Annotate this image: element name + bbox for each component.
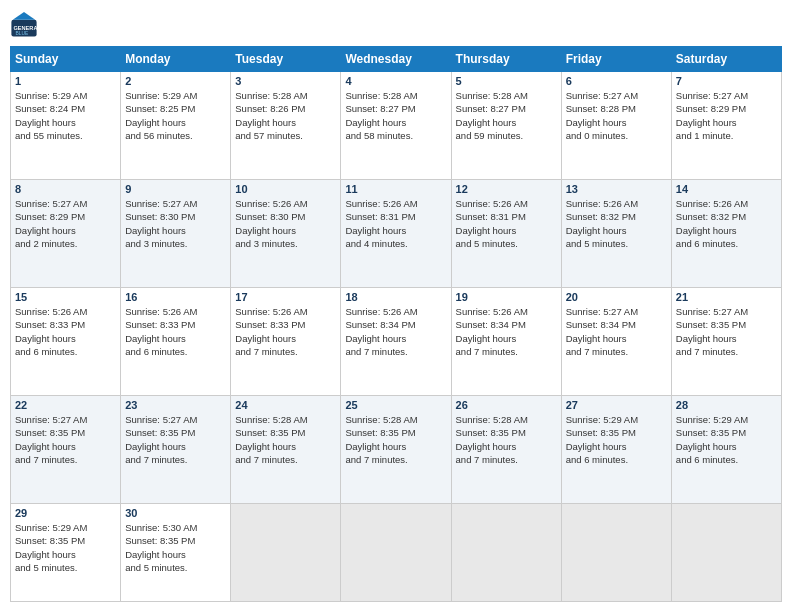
sunrise: Sunrise: 5:28 AM	[345, 413, 446, 426]
sunset: Sunset: 8:27 PM	[456, 102, 557, 115]
day-number: 19	[456, 291, 557, 303]
sunrise: Sunrise: 5:27 AM	[125, 413, 226, 426]
sunset: Sunset: 8:33 PM	[235, 318, 336, 331]
daylight-label: Daylight hours	[125, 224, 226, 237]
day-number: 4	[345, 75, 446, 87]
day-info: Sunrise: 5:26 AMSunset: 8:33 PMDaylight …	[235, 305, 336, 358]
table-row: 28Sunrise: 5:29 AMSunset: 8:35 PMDayligh…	[671, 396, 781, 504]
day-number: 21	[676, 291, 777, 303]
table-row: 20Sunrise: 5:27 AMSunset: 8:34 PMDayligh…	[561, 288, 671, 396]
daylight-value: and 3 minutes.	[125, 237, 226, 250]
daylight-label: Daylight hours	[566, 116, 667, 129]
col-header-wednesday: Wednesday	[341, 47, 451, 72]
daylight-label: Daylight hours	[566, 332, 667, 345]
day-number: 5	[456, 75, 557, 87]
sunset: Sunset: 8:35 PM	[15, 534, 116, 547]
sunrise: Sunrise: 5:28 AM	[456, 89, 557, 102]
table-row: 13Sunrise: 5:26 AMSunset: 8:32 PMDayligh…	[561, 180, 671, 288]
sunrise: Sunrise: 5:28 AM	[235, 89, 336, 102]
day-number: 7	[676, 75, 777, 87]
daylight-label: Daylight hours	[676, 116, 777, 129]
sunset: Sunset: 8:26 PM	[235, 102, 336, 115]
logo: GENERAL BLUE	[10, 10, 42, 38]
sunrise: Sunrise: 5:27 AM	[566, 305, 667, 318]
day-info: Sunrise: 5:27 AMSunset: 8:28 PMDaylight …	[566, 89, 667, 142]
daylight-value: and 5 minutes.	[566, 237, 667, 250]
table-row	[561, 504, 671, 602]
sunset: Sunset: 8:28 PM	[566, 102, 667, 115]
day-info: Sunrise: 5:30 AMSunset: 8:35 PMDaylight …	[125, 521, 226, 574]
daylight-value: and 6 minutes.	[676, 237, 777, 250]
sunrise: Sunrise: 5:28 AM	[345, 89, 446, 102]
svg-marker-1	[13, 12, 35, 20]
day-info: Sunrise: 5:29 AMSunset: 8:25 PMDaylight …	[125, 89, 226, 142]
day-number: 24	[235, 399, 336, 411]
day-number: 17	[235, 291, 336, 303]
day-info: Sunrise: 5:27 AMSunset: 8:29 PMDaylight …	[676, 89, 777, 142]
table-row: 2Sunrise: 5:29 AMSunset: 8:25 PMDaylight…	[121, 72, 231, 180]
daylight-label: Daylight hours	[15, 548, 116, 561]
day-info: Sunrise: 5:26 AMSunset: 8:34 PMDaylight …	[345, 305, 446, 358]
daylight-value: and 7 minutes.	[345, 453, 446, 466]
day-number: 10	[235, 183, 336, 195]
sunset: Sunset: 8:33 PM	[125, 318, 226, 331]
sunset: Sunset: 8:29 PM	[15, 210, 116, 223]
table-row	[341, 504, 451, 602]
day-number: 26	[456, 399, 557, 411]
sunset: Sunset: 8:35 PM	[566, 426, 667, 439]
sunrise: Sunrise: 5:27 AM	[566, 89, 667, 102]
day-number: 16	[125, 291, 226, 303]
sunset: Sunset: 8:35 PM	[15, 426, 116, 439]
daylight-value: and 6 minutes.	[125, 345, 226, 358]
daylight-label: Daylight hours	[15, 440, 116, 453]
table-row: 23Sunrise: 5:27 AMSunset: 8:35 PMDayligh…	[121, 396, 231, 504]
sunset: Sunset: 8:31 PM	[345, 210, 446, 223]
table-row: 5Sunrise: 5:28 AMSunset: 8:27 PMDaylight…	[451, 72, 561, 180]
table-row: 29Sunrise: 5:29 AMSunset: 8:35 PMDayligh…	[11, 504, 121, 602]
daylight-label: Daylight hours	[566, 440, 667, 453]
table-row: 7Sunrise: 5:27 AMSunset: 8:29 PMDaylight…	[671, 72, 781, 180]
daylight-value: and 7 minutes.	[566, 345, 667, 358]
daylight-label: Daylight hours	[15, 224, 116, 237]
daylight-value: and 7 minutes.	[15, 453, 116, 466]
daylight-value: and 7 minutes.	[235, 453, 336, 466]
table-row: 9Sunrise: 5:27 AMSunset: 8:30 PMDaylight…	[121, 180, 231, 288]
col-header-thursday: Thursday	[451, 47, 561, 72]
sunset: Sunset: 8:25 PM	[125, 102, 226, 115]
table-row: 8Sunrise: 5:27 AMSunset: 8:29 PMDaylight…	[11, 180, 121, 288]
daylight-label: Daylight hours	[125, 440, 226, 453]
daylight-value: and 4 minutes.	[345, 237, 446, 250]
sunset: Sunset: 8:35 PM	[676, 318, 777, 331]
table-row: 15Sunrise: 5:26 AMSunset: 8:33 PMDayligh…	[11, 288, 121, 396]
sunrise: Sunrise: 5:26 AM	[15, 305, 116, 318]
daylight-value: and 6 minutes.	[566, 453, 667, 466]
sunrise: Sunrise: 5:27 AM	[676, 89, 777, 102]
day-info: Sunrise: 5:28 AMSunset: 8:35 PMDaylight …	[345, 413, 446, 466]
day-number: 11	[345, 183, 446, 195]
table-row: 14Sunrise: 5:26 AMSunset: 8:32 PMDayligh…	[671, 180, 781, 288]
day-number: 13	[566, 183, 667, 195]
sunrise: Sunrise: 5:30 AM	[125, 521, 226, 534]
daylight-label: Daylight hours	[15, 116, 116, 129]
day-info: Sunrise: 5:29 AMSunset: 8:35 PMDaylight …	[15, 521, 116, 574]
daylight-value: and 58 minutes.	[345, 129, 446, 142]
day-info: Sunrise: 5:29 AMSunset: 8:35 PMDaylight …	[566, 413, 667, 466]
day-info: Sunrise: 5:29 AMSunset: 8:24 PMDaylight …	[15, 89, 116, 142]
daylight-label: Daylight hours	[676, 224, 777, 237]
table-row: 18Sunrise: 5:26 AMSunset: 8:34 PMDayligh…	[341, 288, 451, 396]
day-info: Sunrise: 5:26 AMSunset: 8:33 PMDaylight …	[125, 305, 226, 358]
logo-icon: GENERAL BLUE	[10, 10, 38, 38]
day-number: 23	[125, 399, 226, 411]
daylight-label: Daylight hours	[235, 332, 336, 345]
sunset: Sunset: 8:35 PM	[125, 426, 226, 439]
sunset: Sunset: 8:24 PM	[15, 102, 116, 115]
svg-text:GENERAL: GENERAL	[14, 25, 39, 31]
day-number: 8	[15, 183, 116, 195]
day-info: Sunrise: 5:28 AMSunset: 8:35 PMDaylight …	[456, 413, 557, 466]
col-header-friday: Friday	[561, 47, 671, 72]
table-row: 19Sunrise: 5:26 AMSunset: 8:34 PMDayligh…	[451, 288, 561, 396]
sunrise: Sunrise: 5:26 AM	[456, 305, 557, 318]
day-number: 27	[566, 399, 667, 411]
daylight-value: and 7 minutes.	[456, 453, 557, 466]
sunrise: Sunrise: 5:26 AM	[345, 197, 446, 210]
